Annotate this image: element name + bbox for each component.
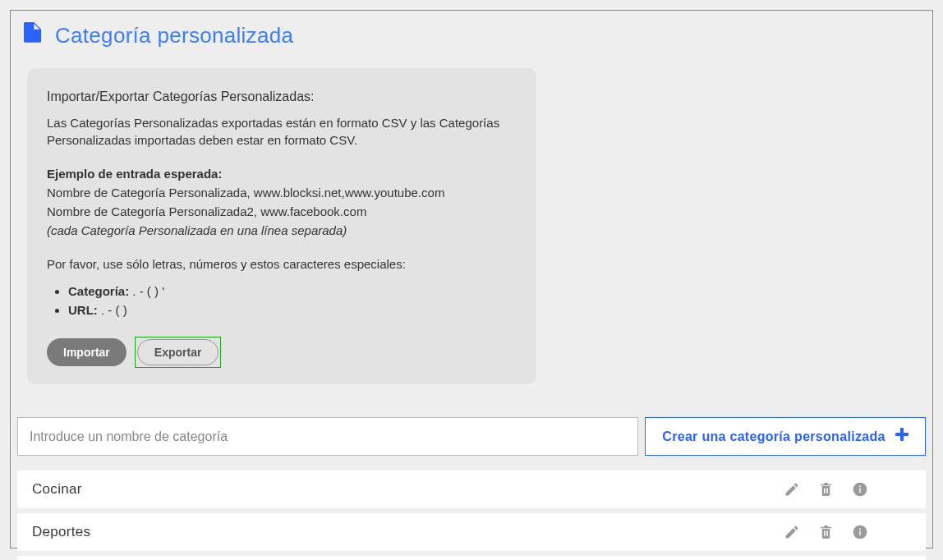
category-actions [784,481,911,498]
category-name: Deportes [32,524,90,540]
page-title: Categoría personalizada [55,23,293,48]
import-export-info-box: Importar/Exportar Categorías Personaliza… [27,68,536,384]
svg-point-7 [859,529,861,530]
trash-icon[interactable] [818,524,834,540]
edit-icon[interactable] [784,481,800,498]
category-chars: . - ( ) ' [129,284,164,298]
chars-note: Por favor, use sólo letras, números y es… [47,255,517,273]
category-chars-item: Categoría: . - ( ) ' [68,282,517,300]
category-item: Deportes [17,513,926,551]
url-label: URL: [68,303,98,317]
info-icon[interactable] [852,524,868,540]
create-button-label: Crear una categoría personalizada [662,429,885,444]
svg-rect-1 [895,433,908,436]
example-line-1: Nombre de Categoría Personalizada, www.b… [47,184,517,201]
create-category-button[interactable]: Crear una categoría personalizada [645,417,926,456]
export-button-highlight: Exportar [135,337,222,368]
category-item: Cocinar [17,470,926,508]
category-actions [784,524,911,540]
example-each-line: (cada Categoría Personalizada en una lín… [47,222,517,239]
category-item: Juegos [17,556,926,560]
example-line-2: Nombre de Categoría Personalizada2, www.… [47,203,517,220]
edit-icon[interactable] [784,524,800,540]
page-header: Categoría personalizada [17,22,926,48]
category-name: Cocinar [32,481,82,498]
info-title: Importar/Exportar Categorías Personaliza… [47,88,517,106]
document-icon [24,22,44,48]
svg-rect-6 [859,531,861,536]
create-category-row: Crear una categoría personalizada [17,417,926,456]
import-export-button-row: Importar Exportar [47,337,517,368]
trash-icon[interactable] [818,481,834,498]
svg-rect-3 [859,489,861,493]
plus-icon [895,428,908,445]
url-chars: . - ( ) [98,303,127,317]
example-title: Ejemplo de entrada esperada: [47,165,517,182]
info-description: Las Categorías Personalizadas exportadas… [47,114,517,149]
page-container: Categoría personalizada Importar/Exporta… [10,10,933,549]
category-label: Categoría: [68,284,129,298]
svg-point-4 [859,486,861,488]
info-icon[interactable] [852,481,868,498]
category-list: Cocinar Deportes [17,470,926,560]
url-chars-item: URL: . - ( ) [68,301,517,319]
import-button[interactable]: Importar [47,338,126,366]
category-name-input[interactable] [17,417,638,456]
export-button[interactable]: Exportar [137,339,219,365]
allowed-chars-list: Categoría: . - ( ) ' URL: . - ( ) [47,282,517,319]
